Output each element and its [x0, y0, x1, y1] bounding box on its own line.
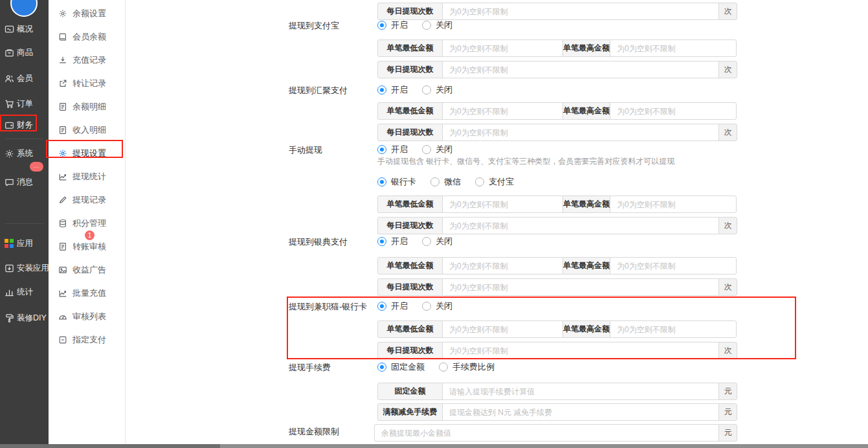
radio-off[interactable]: 关闭 — [422, 19, 452, 31]
submenu-item-points-management[interactable]: 积分管理 — [49, 214, 126, 233]
min-amount-input[interactable] — [442, 257, 563, 274]
submenu-item-batch-recharge[interactable]: 批量充值 — [49, 284, 126, 303]
sidebar-item-label: 商品 — [17, 47, 33, 58]
overview-icon — [5, 25, 14, 34]
limit-input[interactable] — [374, 424, 719, 442]
avatar[interactable] — [10, 0, 38, 17]
submenu-item-withdraw-records[interactable]: 提现记录 — [49, 190, 126, 210]
limit-row: 元 — [374, 424, 737, 442]
sidebar-item-system[interactable]: 系统 — [0, 146, 49, 161]
min-amount-input[interactable] — [442, 320, 563, 338]
min-amount-label: 单笔最低金额 — [377, 320, 443, 338]
submenu-item-member-balance[interactable]: 会员余额 — [49, 27, 126, 47]
radio-off[interactable]: 关闭 — [422, 300, 452, 312]
submenu-item-assigned-payment[interactable]: 指定支付 — [49, 330, 126, 350]
daily-count-row: 每日提现次数 次 — [377, 3, 737, 20]
submenu-item-recharge-records[interactable]: 充值记录 — [49, 50, 126, 70]
sidebar-item-finance[interactable]: 财务 — [0, 118, 49, 132]
horizontal-scrollbar[interactable] — [0, 444, 868, 448]
max-amount-input[interactable] — [610, 102, 737, 120]
jianzhimao-min-max-row: 单笔最低金额 单笔最高金额 — [377, 320, 737, 338]
radio-on[interactable]: 开启 — [377, 236, 408, 247]
submenu-item-transfer-records[interactable]: 转让记录 — [49, 74, 126, 93]
sidebar-item-messages[interactable]: 消息 — [0, 175, 49, 189]
paint-roller-icon — [5, 313, 14, 323]
max-amount-input[interactable] — [610, 39, 737, 57]
sidebar-item-install-apps[interactable]: 安装应用 — [0, 261, 49, 275]
apps-grid-icon — [5, 239, 14, 249]
min-amount-input[interactable] — [442, 39, 563, 57]
radio-off[interactable]: 关闭 — [422, 144, 452, 155]
sidebar-item-apps[interactable]: 应用 — [0, 236, 49, 251]
fee-waive-input[interactable] — [442, 403, 719, 421]
sidebar-item-label: 装修DIY — [17, 313, 47, 324]
submenu-item-income-details[interactable]: 收入明细 — [49, 120, 126, 140]
radio-on[interactable]: 开启 — [377, 144, 408, 155]
radio-unselected-icon — [422, 85, 431, 95]
submenu-item-label: 余额设置 — [72, 8, 106, 19]
jianzhimao-switch-group: 开启 关闭 — [377, 300, 467, 311]
daily-count-input[interactable] — [442, 342, 719, 359]
line-chart-icon — [58, 289, 67, 298]
sidebar-item-overview[interactable]: 概况 — [0, 22, 49, 36]
radio-wechat[interactable]: 微信 — [430, 176, 461, 188]
fee-fixed-input[interactable] — [442, 383, 719, 400]
radio-alipay[interactable]: 支付宝 — [475, 176, 514, 188]
submenu-item-transfer-audit[interactable]: 转账审核 — [49, 237, 126, 256]
manual-switch-group: 开启 关闭 — [377, 144, 467, 155]
submenu-item-revenue-ads[interactable]: 收益广告 — [49, 260, 126, 280]
daily-count-input[interactable] — [442, 124, 719, 141]
max-amount-input[interactable] — [610, 196, 737, 213]
submenu-item-label: 转账审核 — [72, 241, 106, 252]
fee-fixed-row: 固定金额 元 — [377, 383, 737, 400]
gear-icon — [58, 149, 67, 158]
radio-bank-card[interactable]: 银行卡 — [377, 176, 416, 188]
daily-count-input[interactable] — [442, 61, 719, 78]
radio-selected-icon — [377, 145, 386, 154]
daily-count-input[interactable] — [442, 278, 719, 296]
sidebar-item-decorate-diy[interactable]: 装修DIY — [0, 311, 49, 325]
radio-unselected-icon — [422, 302, 431, 311]
sidebar-item-orders[interactable]: 订单 — [0, 96, 49, 111]
submenu-item-balance-details[interactable]: 余额明细 — [49, 97, 126, 117]
max-amount-input[interactable] — [610, 257, 737, 274]
min-amount-input[interactable] — [442, 196, 563, 213]
sidebar-item-statistics[interactable]: 统计 — [0, 285, 49, 299]
line-chart-icon — [58, 172, 67, 181]
submenu-item-withdraw-settings[interactable]: 提现设置 — [49, 144, 126, 163]
radio-on[interactable]: 开启 — [377, 84, 408, 96]
radio-fee-ratio[interactable]: 手续费比例 — [439, 361, 495, 373]
document-icon — [58, 126, 67, 135]
alipay-min-max-row: 单笔最低金额 单笔最高金额 — [377, 39, 737, 57]
sidebar-item-label: 统计 — [17, 287, 33, 298]
radio-selected-icon — [377, 85, 386, 95]
submenu-item-label: 提现记录 — [72, 194, 106, 206]
scrollbar-thumb[interactable] — [0, 444, 220, 448]
min-amount-input[interactable] — [442, 102, 563, 120]
max-amount-label: 单笔最高金额 — [562, 257, 610, 274]
submenu-item-label: 积分管理 — [72, 218, 106, 229]
manual-daily-count-row: 每日提现次数 次 — [377, 217, 737, 234]
submenu-item-label: 批量充值 — [72, 287, 106, 299]
sidebar-item-members[interactable]: 会员 — [0, 71, 49, 85]
radio-off[interactable]: 关闭 — [422, 236, 452, 247]
huiju-min-max-row: 单笔最低金额 单笔最高金额 — [377, 102, 737, 120]
section-label-jianzhimao: 提现到兼职猫-银行卡 — [289, 301, 367, 313]
submenu-item-withdraw-stats[interactable]: 提现统计 — [49, 167, 126, 186]
submenu-item-balance-settings[interactable]: 余额设置 — [49, 4, 126, 23]
sidebar-item-label: 会员 — [17, 73, 33, 84]
submenu-item-audit-list[interactable]: 审核列表 — [49, 307, 126, 326]
radio-off[interactable]: 关闭 — [422, 84, 452, 96]
daily-count-input[interactable] — [442, 3, 719, 20]
members-icon — [5, 74, 14, 84]
radio-on[interactable]: 开启 — [377, 19, 408, 31]
messages-badge: ... — [30, 162, 43, 172]
fee-waive-row: 满额减免手续费 元 — [377, 403, 737, 421]
max-amount-input[interactable] — [610, 320, 737, 338]
radio-fixed-amount[interactable]: 固定金额 — [377, 361, 425, 373]
daily-count-input[interactable] — [442, 217, 719, 234]
radio-on[interactable]: 开启 — [377, 300, 408, 312]
sidebar-item-goods[interactable]: 商品 — [0, 45, 49, 60]
manual-type-group: 银行卡 微信 支付宝 — [377, 176, 528, 187]
section-label-manual: 手动提现 — [289, 144, 322, 156]
